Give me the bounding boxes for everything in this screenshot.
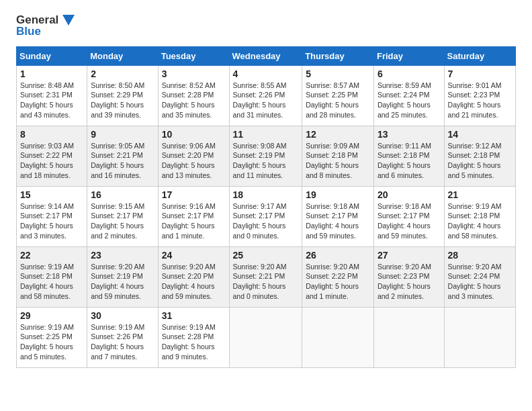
day-detail: Sunrise: 9:01 AMSunset: 2:23 PMDaylight:…	[448, 81, 502, 119]
calendar-cell: 8 Sunrise: 9:03 AMSunset: 2:22 PMDayligh…	[17, 126, 87, 186]
day-number: 30	[91, 310, 154, 321]
day-number: 9	[91, 129, 154, 140]
calendar-cell: 16 Sunrise: 9:15 AMSunset: 2:17 PMDaylig…	[87, 186, 158, 246]
calendar-cell: 27 Sunrise: 9:20 AMSunset: 2:23 PMDaylig…	[373, 246, 444, 307]
day-number: 12	[306, 129, 370, 140]
day-number: 28	[448, 250, 512, 261]
calendar-cell	[229, 307, 302, 367]
calendar-week-row: 29 Sunrise: 9:19 AMSunset: 2:25 PMDaylig…	[17, 307, 516, 367]
day-detail: Sunrise: 9:12 AMSunset: 2:18 PMDaylight:…	[448, 142, 502, 179]
day-detail: Sunrise: 9:20 AMSunset: 2:21 PMDaylight:…	[233, 263, 287, 300]
day-number: 4	[233, 68, 299, 79]
day-number: 24	[162, 250, 226, 261]
day-detail: Sunrise: 9:20 AMSunset: 2:20 PMDaylight:…	[162, 263, 216, 300]
calendar-cell: 11 Sunrise: 9:08 AMSunset: 2:19 PMDaylig…	[229, 126, 302, 186]
calendar-cell: 25 Sunrise: 9:20 AMSunset: 2:21 PMDaylig…	[229, 246, 302, 307]
day-detail: Sunrise: 9:03 AMSunset: 2:22 PMDaylight:…	[20, 142, 74, 179]
day-detail: Sunrise: 9:06 AMSunset: 2:20 PMDaylight:…	[162, 142, 216, 179]
calendar-cell: 20 Sunrise: 9:18 AMSunset: 2:17 PMDaylig…	[373, 186, 444, 246]
calendar-cell: 15 Sunrise: 9:14 AMSunset: 2:17 PMDaylig…	[17, 186, 87, 246]
column-header-friday: Friday	[373, 46, 444, 65]
column-header-wednesday: Wednesday	[229, 46, 302, 65]
calendar-cell: 17 Sunrise: 9:16 AMSunset: 2:17 PMDaylig…	[158, 186, 229, 246]
calendar-cell: 5 Sunrise: 8:57 AMSunset: 2:25 PMDayligh…	[302, 65, 374, 126]
calendar-cell: 2 Sunrise: 8:50 AMSunset: 2:29 PMDayligh…	[87, 65, 158, 126]
day-detail: Sunrise: 8:48 AMSunset: 2:31 PMDaylight:…	[20, 81, 74, 119]
calendar-week-row: 1 Sunrise: 8:48 AMSunset: 2:31 PMDayligh…	[17, 65, 516, 126]
calendar-cell: 12 Sunrise: 9:09 AMSunset: 2:18 PMDaylig…	[302, 126, 374, 186]
column-header-tuesday: Tuesday	[158, 46, 229, 65]
day-detail: Sunrise: 8:57 AMSunset: 2:25 PMDaylight:…	[306, 81, 359, 119]
day-number: 31	[162, 310, 226, 321]
day-number: 7	[448, 68, 512, 79]
day-number: 10	[162, 129, 226, 140]
logo-text-block: General Blue	[16, 13, 75, 38]
svg-marker-0	[62, 15, 75, 26]
day-detail: Sunrise: 8:50 AMSunset: 2:29 PMDaylight:…	[91, 81, 144, 119]
calendar-cell: 3 Sunrise: 8:52 AMSunset: 2:28 PMDayligh…	[158, 65, 229, 126]
calendar-week-row: 8 Sunrise: 9:03 AMSunset: 2:22 PMDayligh…	[17, 126, 516, 186]
day-number: 11	[233, 129, 299, 140]
calendar-cell: 22 Sunrise: 9:19 AMSunset: 2:18 PMDaylig…	[17, 246, 87, 307]
day-detail: Sunrise: 9:18 AMSunset: 2:17 PMDaylight:…	[306, 202, 359, 240]
calendar-cell: 9 Sunrise: 9:05 AMSunset: 2:21 PMDayligh…	[87, 126, 158, 186]
calendar-cell: 18 Sunrise: 9:17 AMSunset: 2:17 PMDaylig…	[229, 186, 302, 246]
logo-blue: Blue	[16, 25, 75, 38]
calendar-cell	[302, 307, 374, 367]
column-header-saturday: Saturday	[444, 46, 515, 65]
day-number: 8	[20, 129, 83, 140]
day-detail: Sunrise: 8:59 AMSunset: 2:24 PMDaylight:…	[378, 81, 431, 119]
calendar-cell: 13 Sunrise: 9:11 AMSunset: 2:18 PMDaylig…	[373, 126, 444, 186]
column-header-sunday: Sunday	[17, 46, 87, 65]
day-number: 29	[20, 310, 83, 321]
day-number: 18	[233, 189, 299, 200]
calendar-cell: 23 Sunrise: 9:20 AMSunset: 2:19 PMDaylig…	[87, 246, 158, 307]
calendar-cell: 28 Sunrise: 9:20 AMSunset: 2:24 PMDaylig…	[444, 246, 515, 307]
calendar-cell: 19 Sunrise: 9:18 AMSunset: 2:17 PMDaylig…	[302, 186, 374, 246]
day-detail: Sunrise: 9:19 AMSunset: 2:25 PMDaylight:…	[20, 323, 74, 361]
calendar-cell: 14 Sunrise: 9:12 AMSunset: 2:18 PMDaylig…	[444, 126, 515, 186]
day-number: 19	[306, 189, 370, 200]
day-detail: Sunrise: 9:16 AMSunset: 2:17 PMDaylight:…	[162, 202, 216, 240]
day-number: 1	[20, 68, 83, 79]
day-number: 2	[91, 68, 154, 79]
calendar-cell: 24 Sunrise: 9:20 AMSunset: 2:20 PMDaylig…	[158, 246, 229, 307]
day-number: 20	[378, 189, 441, 200]
day-detail: Sunrise: 9:11 AMSunset: 2:18 PMDaylight:…	[378, 142, 431, 179]
logo: General Blue	[16, 13, 75, 38]
day-number: 15	[20, 189, 83, 200]
column-header-monday: Monday	[87, 46, 158, 65]
calendar-week-row: 15 Sunrise: 9:14 AMSunset: 2:17 PMDaylig…	[17, 186, 516, 246]
page-header: General Blue	[16, 13, 516, 38]
day-detail: Sunrise: 9:14 AMSunset: 2:17 PMDaylight:…	[20, 202, 74, 240]
calendar-cell: 26 Sunrise: 9:20 AMSunset: 2:22 PMDaylig…	[302, 246, 374, 307]
day-detail: Sunrise: 8:52 AMSunset: 2:28 PMDaylight:…	[162, 81, 216, 119]
calendar-cell	[444, 307, 515, 367]
day-detail: Sunrise: 8:55 AMSunset: 2:26 PMDaylight:…	[233, 81, 287, 119]
day-detail: Sunrise: 9:19 AMSunset: 2:26 PMDaylight:…	[91, 323, 144, 361]
calendar-header-row: SundayMondayTuesdayWednesdayThursdayFrid…	[17, 46, 516, 65]
calendar-table: SundayMondayTuesdayWednesdayThursdayFrid…	[16, 46, 516, 368]
day-number: 14	[448, 129, 512, 140]
day-detail: Sunrise: 9:18 AMSunset: 2:17 PMDaylight:…	[378, 202, 431, 240]
day-number: 3	[162, 68, 226, 79]
calendar-cell: 10 Sunrise: 9:06 AMSunset: 2:20 PMDaylig…	[158, 126, 229, 186]
day-detail: Sunrise: 9:15 AMSunset: 2:17 PMDaylight:…	[91, 202, 144, 240]
day-number: 22	[20, 250, 83, 261]
day-number: 26	[306, 250, 370, 261]
calendar-cell	[373, 307, 444, 367]
calendar-cell: 1 Sunrise: 8:48 AMSunset: 2:31 PMDayligh…	[17, 65, 87, 126]
calendar-week-row: 22 Sunrise: 9:19 AMSunset: 2:18 PMDaylig…	[17, 246, 516, 307]
day-detail: Sunrise: 9:20 AMSunset: 2:22 PMDaylight:…	[306, 263, 359, 300]
day-detail: Sunrise: 9:17 AMSunset: 2:17 PMDaylight:…	[233, 202, 287, 240]
day-number: 21	[448, 189, 512, 200]
day-number: 25	[233, 250, 299, 261]
day-detail: Sunrise: 9:20 AMSunset: 2:23 PMDaylight:…	[378, 263, 431, 300]
day-detail: Sunrise: 9:19 AMSunset: 2:28 PMDaylight:…	[162, 323, 216, 361]
day-number: 13	[378, 129, 441, 140]
calendar-cell: 30 Sunrise: 9:19 AMSunset: 2:26 PMDaylig…	[87, 307, 158, 367]
day-detail: Sunrise: 9:20 AMSunset: 2:24 PMDaylight:…	[448, 263, 502, 300]
day-number: 16	[91, 189, 154, 200]
calendar-cell: 7 Sunrise: 9:01 AMSunset: 2:23 PMDayligh…	[444, 65, 515, 126]
day-number: 17	[162, 189, 226, 200]
